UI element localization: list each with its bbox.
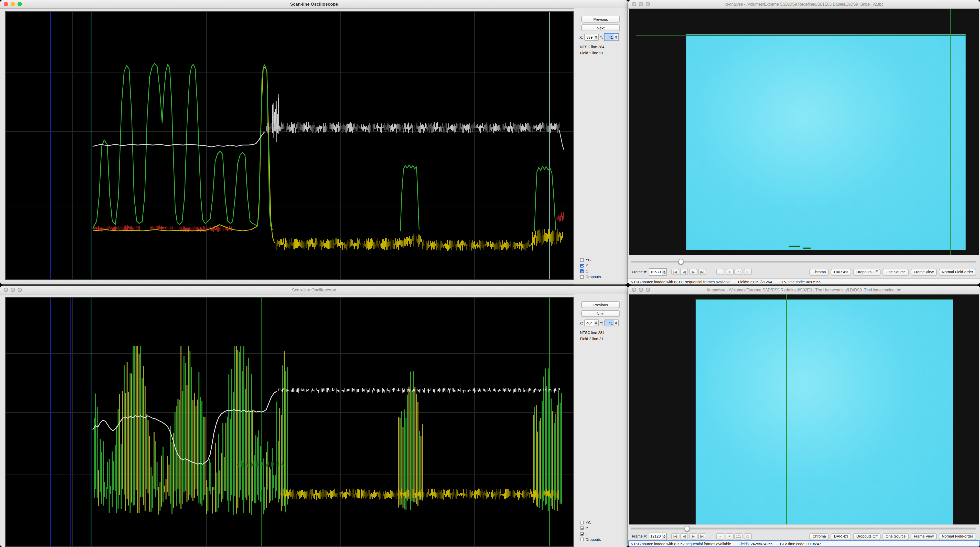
frame-stepper-arrows[interactable]	[662, 533, 666, 539]
frame-number-value[interactable]: 10630	[649, 269, 662, 275]
zoom-button[interactable]	[646, 288, 650, 292]
toggle-y[interactable]: Y	[580, 264, 601, 268]
minimize-button[interactable]	[639, 2, 643, 6]
slider-thumb[interactable]	[684, 526, 690, 531]
toggle-c[interactable]: C	[580, 270, 601, 273]
arrow-up-icon[interactable]	[615, 321, 617, 323]
zoom-button[interactable]	[646, 2, 650, 6]
frame-position-slider[interactable]	[631, 259, 976, 265]
previous-line-button[interactable]: Previous	[581, 16, 620, 22]
close-button[interactable]	[4, 2, 8, 6]
step-back-button[interactable]: ◀	[680, 269, 688, 275]
one-source-button[interactable]: One Source	[883, 533, 909, 540]
chroma-button[interactable]: Chroma	[810, 268, 829, 275]
dropouts-button[interactable]: Dropouts Off	[853, 268, 881, 275]
titlebar[interactable]: ld-analyse - /Volumes/Extreme SSD/DS9 Re…	[628, 286, 980, 295]
titlebar[interactable]: Scan-line Oscilloscope	[0, 0, 628, 9]
frame-number-spinner[interactable]: 12128	[649, 533, 667, 540]
zoom-out-button[interactable]: −	[716, 269, 725, 275]
titlebar[interactable]: Scan-line Oscilloscope	[0, 286, 628, 295]
y-checkbox[interactable]	[580, 264, 584, 268]
one-to-one-button[interactable]: 1:1	[735, 533, 743, 539]
frame-number-spinner[interactable]: 10630	[649, 268, 667, 276]
y-coordinate-spinner[interactable]: 41	[604, 34, 619, 41]
toggle-yc[interactable]: YC	[580, 258, 601, 262]
frame-position-slider[interactable]	[631, 526, 976, 531]
step-back-button[interactable]: ◀	[680, 533, 688, 539]
dar-button[interactable]: DAR 4:3	[831, 533, 851, 540]
next-line-button[interactable]: Next	[581, 24, 620, 31]
arrow-up-icon[interactable]	[663, 270, 665, 272]
minimize-button[interactable]	[11, 288, 15, 292]
minimize-button[interactable]	[639, 288, 643, 292]
zoom-button[interactable]	[18, 2, 22, 6]
toggle-dropouts[interactable]: Dropouts	[580, 537, 601, 541]
video-frame-display[interactable]	[629, 295, 979, 525]
arrow-down-icon[interactable]	[615, 323, 617, 324]
x-stepper-arrows[interactable]	[593, 34, 598, 40]
next-line-button[interactable]: Next	[581, 310, 620, 317]
frame-stepper-arrows[interactable]	[662, 269, 666, 275]
y-value[interactable]: 41	[605, 34, 614, 40]
frame-number-value[interactable]: 12128	[649, 533, 662, 539]
go-last-button[interactable]: ▶|	[698, 533, 706, 539]
x-value[interactable]: 404	[585, 320, 593, 326]
go-last-button[interactable]: ▶|	[698, 269, 706, 275]
zoom-in-button[interactable]: +	[725, 269, 733, 275]
play-button[interactable]: ▶	[689, 533, 697, 539]
arrow-down-icon[interactable]	[595, 323, 597, 324]
slider-thumb[interactable]	[678, 259, 683, 264]
frame-view-button[interactable]: Frame View	[911, 533, 937, 540]
play-button[interactable]: ▶	[689, 269, 697, 275]
toggle-yc[interactable]: YC	[580, 521, 601, 525]
go-first-button[interactable]: |◀	[671, 269, 679, 275]
chroma-button[interactable]: Chroma	[810, 533, 829, 540]
y-coordinate-spinner[interactable]: 41	[604, 319, 619, 326]
arrow-down-icon[interactable]	[663, 272, 665, 273]
dropouts-checkbox[interactable]	[580, 537, 584, 541]
dropouts-checkbox[interactable]	[580, 275, 584, 279]
y-value[interactable]: 41	[605, 320, 614, 326]
titlebar[interactable]: ld-analyse - /Volumes/Extreme SSD/DS9 Re…	[628, 0, 980, 9]
yc-checkbox[interactable]	[580, 521, 584, 525]
frame-view-button[interactable]: Frame View	[911, 268, 937, 275]
arrow-up-icon[interactable]	[663, 535, 665, 536]
yc-checkbox[interactable]	[580, 258, 584, 262]
fit-view-button[interactable]: □	[743, 269, 752, 275]
one-to-one-button[interactable]: 1:1	[735, 269, 743, 275]
one-source-button[interactable]: One Source	[883, 268, 909, 275]
close-button[interactable]	[4, 288, 8, 292]
zoom-out-button[interactable]: −	[716, 533, 725, 539]
arrow-up-icon[interactable]	[595, 321, 597, 323]
c-checkbox[interactable]	[580, 270, 584, 273]
fit-view-button[interactable]: □	[743, 533, 752, 539]
zoom-in-button[interactable]: +	[725, 533, 733, 539]
dropouts-button[interactable]: Dropouts Off	[853, 533, 881, 540]
x-stepper-arrows[interactable]	[593, 320, 598, 326]
y-stepper-arrows[interactable]	[614, 34, 618, 40]
x-value[interactable]: 839	[585, 34, 593, 40]
arrow-up-icon[interactable]	[595, 36, 597, 37]
c-checkbox[interactable]	[580, 532, 584, 536]
minimize-button[interactable]	[11, 2, 15, 6]
toggle-y[interactable]: Y	[580, 526, 601, 530]
dar-button[interactable]: DAR 4:3	[831, 268, 851, 275]
arrow-up-icon[interactable]	[615, 36, 617, 37]
toggle-dropouts[interactable]: Dropouts	[580, 275, 601, 279]
go-first-button[interactable]: |◀	[671, 533, 679, 539]
arrow-down-icon[interactable]	[595, 37, 597, 39]
slider-track[interactable]	[631, 528, 976, 529]
field-order-button[interactable]: Normal Field-order	[939, 533, 977, 540]
x-coordinate-spinner[interactable]: 839	[584, 34, 598, 41]
toggle-c[interactable]: C	[580, 532, 601, 536]
oscilloscope-display[interactable]	[5, 11, 574, 280]
close-button[interactable]	[632, 2, 636, 6]
field-order-button[interactable]: Normal Field-order	[939, 268, 977, 275]
zoom-button[interactable]	[18, 288, 22, 292]
close-button[interactable]	[632, 288, 636, 292]
y-stepper-arrows[interactable]	[614, 320, 618, 326]
video-frame-display[interactable]	[629, 9, 979, 255]
previous-line-button[interactable]: Previous	[581, 301, 620, 308]
arrow-down-icon[interactable]	[663, 537, 665, 538]
oscilloscope-display[interactable]	[5, 297, 574, 547]
